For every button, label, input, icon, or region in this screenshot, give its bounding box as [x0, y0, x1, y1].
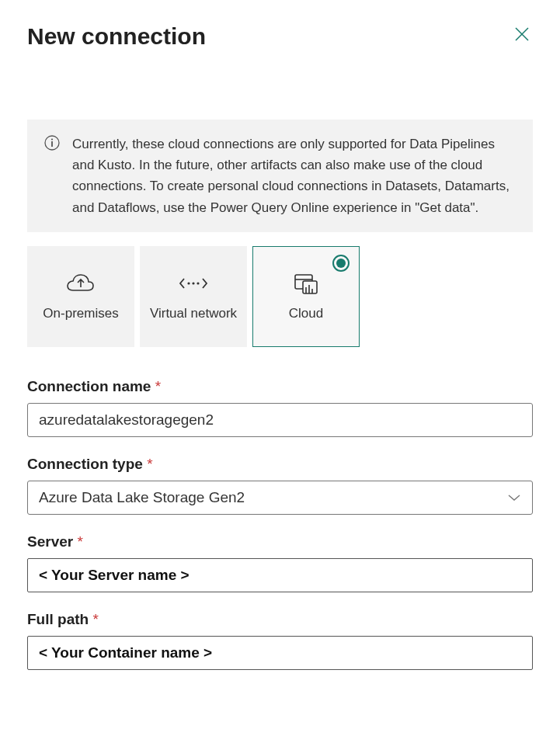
svg-point-1 — [51, 138, 53, 140]
cloud-icon — [290, 269, 322, 297]
server-input[interactable]: < Your Server name > — [27, 558, 533, 592]
connection-type-select[interactable]: Azure Data Lake Storage Gen2 — [27, 481, 533, 515]
select-value: Azure Data Lake Storage Gen2 — [39, 489, 245, 506]
full-path-group: Full path * < Your Container name > — [27, 611, 533, 670]
required-asterisk: * — [77, 533, 82, 550]
tab-label: On-premises — [43, 305, 118, 323]
full-path-input[interactable]: < Your Container name > — [27, 636, 533, 670]
tab-cloud[interactable]: Cloud — [252, 246, 360, 347]
close-icon — [514, 26, 530, 42]
tab-virtual-network[interactable]: Virtual network — [140, 246, 247, 347]
connection-name-label: Connection name * — [27, 378, 533, 395]
virtual-network-icon — [178, 269, 209, 297]
new-connection-dialog: New connection Currently, these cloud co… — [0, 0, 560, 704]
info-text: Currently, these cloud connections are o… — [72, 134, 516, 218]
required-asterisk: * — [155, 378, 161, 394]
dialog-header: New connection — [27, 23, 533, 50]
tab-label: Cloud — [289, 305, 323, 323]
connection-type-label: Connection type * — [27, 456, 533, 473]
connection-name-input[interactable] — [27, 403, 533, 437]
svg-point-4 — [192, 283, 194, 285]
info-banner: Currently, these cloud connections are o… — [27, 120, 533, 232]
svg-rect-7 — [303, 281, 317, 293]
on-premises-icon — [64, 269, 97, 297]
tab-label: Virtual network — [150, 305, 237, 323]
svg-rect-2 — [51, 141, 53, 147]
connection-name-group: Connection name * — [27, 378, 533, 437]
required-asterisk: * — [92, 611, 98, 627]
connection-type-tabs: On-premises Virtual network — [27, 246, 533, 347]
dialog-title: New connection — [27, 23, 206, 50]
selected-indicator — [332, 255, 350, 272]
tab-on-premises[interactable]: On-premises — [27, 246, 134, 347]
info-icon — [44, 135, 60, 218]
close-button[interactable] — [511, 23, 533, 48]
required-asterisk: * — [147, 456, 152, 472]
svg-point-3 — [187, 283, 190, 285]
svg-point-5 — [197, 283, 199, 285]
server-label: Server * — [27, 533, 533, 550]
full-path-label: Full path * — [27, 611, 533, 628]
chevron-down-icon — [507, 489, 521, 506]
connection-type-group: Connection type * Azure Data Lake Storag… — [27, 456, 533, 515]
server-group: Server * < Your Server name > — [27, 533, 533, 592]
